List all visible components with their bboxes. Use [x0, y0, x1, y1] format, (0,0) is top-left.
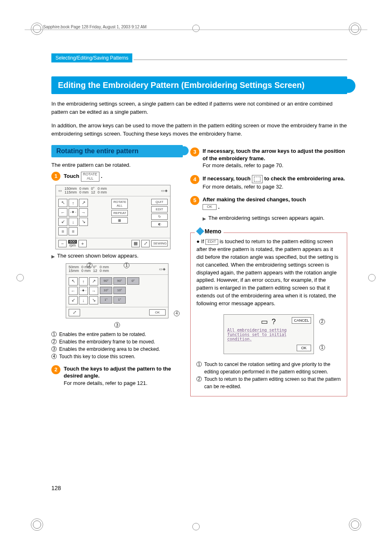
frame-btn[interactable]: ▦: [131, 240, 140, 247]
step-number-2: 2: [51, 365, 60, 374]
page-title-text: Editing the Embroidery Pattern (Embroide…: [58, 81, 304, 90]
thread-btn[interactable]: ↻: [151, 214, 168, 220]
crop-mark: [16, 274, 24, 281]
size-value: 15mm: [69, 269, 79, 273]
divider: [25, 30, 367, 30]
step1-result: The screen shown below appears.: [57, 253, 138, 259]
section-label: Selecting/Editing/Saving Patterns: [51, 53, 132, 62]
divider: [134, 60, 347, 60]
crop-mark: [192, 523, 200, 530]
step4-detail: For more details, refer to page 32.: [203, 184, 284, 190]
rotate-ccw-1[interactable]: 1°: [100, 296, 112, 304]
rotate-all-key[interactable]: ROTATE ALL: [81, 172, 99, 182]
ok-button[interactable]: OK: [297, 345, 311, 351]
rotate-cw-10[interactable]: 10°: [113, 287, 126, 294]
crop-mark: [192, 25, 200, 32]
step-number-1: 1: [51, 172, 60, 181]
arrow-right[interactable]: →: [89, 287, 98, 295]
edit-key[interactable]: EDIT: [205, 239, 218, 245]
arrow-up[interactable]: ↑: [69, 199, 78, 207]
offset-value: 0 mm: [81, 269, 91, 273]
step1-period: .: [101, 173, 102, 179]
intro-paragraph: In addition, the arrow keys can be used …: [51, 122, 347, 138]
arrow-down-right[interactable]: ↘: [79, 218, 88, 226]
step5-bold-a: After making the desired changes, touch: [203, 196, 306, 203]
misc-btn[interactable]: ≡: [58, 227, 67, 235]
arrow-down-left[interactable]: ↙: [58, 218, 67, 226]
arrow-up-left[interactable]: ↖: [58, 199, 67, 207]
crop-mark: [368, 274, 376, 281]
subheading-text: Rotating the entire pattern: [56, 147, 138, 154]
size-value: 115mm: [65, 191, 77, 194]
error-dialog: ▭ ? All embroidering setting functions s…: [224, 314, 314, 354]
color-btn[interactable]: ▦: [111, 217, 128, 223]
rotate-ccw-90[interactable]: 90°: [100, 277, 112, 285]
rotate-0[interactable]: 0°: [127, 277, 139, 285]
area-check-key[interactable]: [252, 175, 263, 183]
callout-desc: Enables the entire pattern to be rotated…: [59, 331, 146, 338]
page-title: Editing the Embroidery Pattern (Embroide…: [51, 76, 347, 94]
sewing-btn[interactable]: SEWING: [151, 240, 168, 246]
result-arrow-icon: ▶: [203, 216, 206, 222]
step-number-3: 3: [190, 147, 199, 157]
plus-btn[interactable]: +: [78, 240, 87, 247]
edit-btn[interactable]: EDIT: [151, 206, 168, 212]
misc-btn[interactable]: ≡: [69, 227, 78, 235]
memo-label: Memo: [195, 228, 224, 235]
decoration: [180, 146, 189, 155]
rotate-all-btn[interactable]: ROTATE ALL: [111, 199, 128, 209]
arrow-down[interactable]: ↓: [79, 296, 88, 304]
rotate-cw-1[interactable]: 1°: [113, 296, 126, 304]
callout-desc: Enables the embroidering area to be chec…: [59, 345, 160, 353]
arrow-down[interactable]: ↓: [69, 218, 78, 226]
center-btn[interactable]: ·✦·: [79, 287, 88, 295]
callout-desc: Touch this key to close this screen.: [59, 353, 135, 360]
callout-desc: Touch to cancel the rotation setting and…: [204, 361, 341, 375]
ok-key[interactable]: OK: [203, 204, 217, 210]
arrow-up-right[interactable]: ↗: [79, 199, 88, 207]
step3-detail: For more details, refer to page 70.: [203, 162, 284, 168]
frame-select-icon[interactable]: ▭◈: [159, 267, 166, 271]
arrow-left[interactable]: ←: [69, 287, 78, 295]
area-check-btn[interactable]: ⤢: [141, 240, 150, 247]
error-line: functions set to initial: [227, 332, 287, 337]
callout-3: 3: [114, 322, 120, 328]
arrow-down-left[interactable]: ↙: [69, 296, 78, 304]
memo-box: Memo ● If EDIT is touched to return to t…: [190, 233, 347, 396]
arrow-up-right[interactable]: ↗: [89, 277, 98, 286]
center-btn[interactable]: ·✦·: [69, 208, 78, 216]
frame-select-icon[interactable]: ▭◈: [161, 189, 168, 193]
cancel-button[interactable]: CANCEL: [292, 317, 311, 324]
rotate-ccw-10[interactable]: 10°: [100, 287, 112, 294]
result-arrow-icon: ▶: [51, 254, 55, 259]
arrow-up-left[interactable]: ↖: [69, 277, 78, 286]
count-value: 12: [91, 191, 95, 194]
step2-bold: Touch the keys to adjust the pattern to …: [64, 366, 171, 379]
minus-btn[interactable]: −: [58, 240, 67, 247]
error-line: All embroidering setting: [227, 328, 287, 332]
quit-btn[interactable]: QUIT: [151, 199, 168, 205]
callout-2: 2: [87, 263, 92, 268]
step1-text: Touch: [64, 173, 81, 179]
decoration: [341, 79, 355, 93]
thread-btn[interactable]: ◐: [151, 221, 168, 227]
intro-paragraph: In the embroidering settings screen, a s…: [51, 100, 347, 116]
callout-2: 2: [319, 319, 325, 325]
ok-btn[interactable]: OK: [149, 309, 166, 315]
count-value: 12: [93, 269, 97, 273]
memo-lead-a: If: [201, 238, 205, 244]
crop-mark: [31, 518, 43, 532]
rpm-label: rpm: [68, 244, 77, 247]
error-line: condition.: [227, 337, 252, 341]
offset-value: 0 mm: [79, 191, 89, 194]
repeat-btn[interactable]: REPEAT: [111, 210, 128, 216]
arrow-up[interactable]: ↑: [79, 277, 88, 286]
rotate-cw-90[interactable]: 90°: [113, 277, 126, 285]
step4-bold-b: to check the embroidering area.: [264, 175, 345, 182]
area-check-btn[interactable]: ⤢: [69, 309, 80, 316]
callout-4: 4: [174, 311, 180, 316]
callout-desc: Enables the embroidery frame to be moved…: [59, 338, 155, 345]
arrow-down-right[interactable]: ↘: [89, 296, 98, 304]
arrow-left[interactable]: ←: [58, 208, 67, 216]
arrow-right[interactable]: →: [79, 208, 88, 216]
